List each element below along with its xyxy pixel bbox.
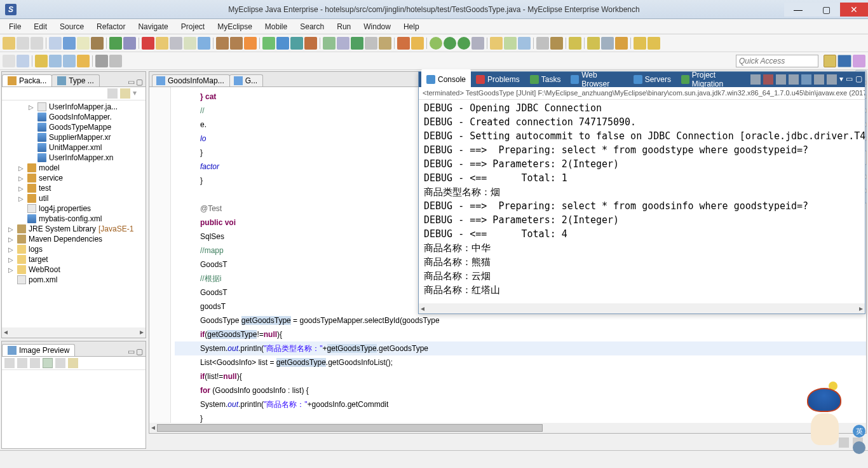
menu-help[interactable]: Help	[397, 20, 426, 33]
tree-item[interactable]: log4j.properties	[4, 203, 143, 214]
refresh-icon[interactable]	[4, 358, 15, 368]
editor-tab-goodsinfomapper[interactable]: GoodsInfoMap...	[152, 74, 230, 86]
forward-icon[interactable]	[648, 37, 660, 50]
scrollbar-horizontal[interactable]: ◂ ▸	[2, 327, 146, 338]
save-icon[interactable]	[17, 37, 29, 50]
expand-arrow-icon[interactable]: ▷	[27, 104, 35, 111]
tool-icon[interactable]	[411, 37, 424, 50]
tool-icon[interactable]	[198, 37, 210, 50]
quick-access-input[interactable]	[736, 55, 818, 67]
code-line[interactable]: System.out.println("商品类型名称："+getGoodsTyp…	[175, 341, 866, 355]
tool-icon[interactable]	[276, 37, 289, 50]
menu-file[interactable]: File	[3, 20, 27, 33]
code-line[interactable]: }	[175, 411, 866, 423]
tool-icon[interactable]	[323, 37, 336, 50]
tree-item[interactable]: ▷target	[4, 254, 143, 265]
tool-icon[interactable]	[550, 37, 563, 50]
menu-window[interactable]: Window	[357, 20, 397, 33]
console-output[interactable]: DEBUG - Opening JDBC Connection DEBUG - …	[419, 100, 865, 303]
new-icon[interactable]	[3, 37, 15, 50]
tool-icon[interactable]	[262, 37, 275, 50]
menu-edit[interactable]: Edit	[27, 20, 53, 33]
editor-scrollbar-horizontal[interactable]: ◂ ▸	[149, 423, 866, 433]
tool-icon[interactable]	[95, 55, 108, 67]
tree-item[interactable]: ▷JRE System Library [JavaSE-1	[4, 224, 143, 234]
tool-icon[interactable]	[471, 37, 484, 50]
stop-icon[interactable]	[142, 37, 154, 50]
view-menu-icon[interactable]: ▾	[839, 74, 843, 85]
minimize-view-icon[interactable]: ▭	[128, 347, 135, 356]
maximize-view-icon[interactable]: ▢	[136, 78, 143, 86]
ime-settings-icon[interactable]	[853, 441, 865, 454]
code-line[interactable]: for (GoodsInfo goodsInfo : list) {	[175, 383, 866, 397]
tool-icon[interactable]	[184, 37, 196, 50]
tool-icon[interactable]	[49, 55, 62, 67]
ime-language-badge[interactable]: 英	[853, 425, 865, 437]
tree-item[interactable]: GoodsTypeMappe	[4, 122, 143, 132]
close-button[interactable]: ✕	[840, 3, 868, 17]
debug-icon[interactable]	[430, 37, 442, 50]
tool-icon[interactable]	[601, 37, 614, 50]
tool-icon[interactable]	[109, 55, 122, 67]
console-remove-icon[interactable]	[776, 74, 786, 85]
run-icon[interactable]	[444, 37, 456, 50]
tool-icon[interactable]	[337, 37, 349, 50]
tool-icon[interactable]	[536, 37, 549, 50]
zoom-100-icon[interactable]	[43, 358, 53, 368]
console-clear-icon[interactable]	[750, 74, 761, 85]
search-icon[interactable]	[569, 37, 581, 50]
minimize-view-icon[interactable]: ▭	[846, 74, 853, 85]
tree-item[interactable]: ▷Maven Dependencies	[4, 234, 143, 244]
code-line[interactable]: if(getGoodsType!=null){	[175, 327, 866, 341]
tree-item[interactable]: UserInfoMapper.xn	[4, 153, 143, 163]
tool-icon[interactable]	[351, 37, 363, 50]
ime-mascot-icon[interactable]	[798, 385, 849, 455]
minimize-view-icon[interactable]: ▭	[128, 78, 135, 86]
back-icon[interactable]	[634, 37, 646, 50]
expand-arrow-icon[interactable]: ▷	[7, 256, 15, 263]
collapse-all-icon[interactable]	[107, 88, 118, 99]
tree-item[interactable]: ▷service	[4, 173, 143, 183]
expand-arrow-icon[interactable]: ▷	[7, 236, 15, 243]
tool-icon[interactable]	[290, 37, 303, 50]
expand-arrow-icon[interactable]: ▷	[17, 175, 25, 182]
console-terminate-icon[interactable]	[763, 74, 773, 85]
tree-item[interactable]: ▷test	[4, 183, 143, 193]
tab-image-preview[interactable]: Image Preview	[2, 344, 75, 356]
tool-icon[interactable]	[490, 37, 503, 50]
console-scrolllock-icon[interactable]	[801, 74, 811, 85]
saveall-icon[interactable]	[31, 37, 43, 50]
link-icon[interactable]	[68, 358, 78, 368]
perspective-myeclipse-icon[interactable]	[837, 55, 851, 67]
tool-icon[interactable]	[3, 55, 15, 67]
tab-package-explorer[interactable]: Packa...	[2, 74, 52, 86]
link-editor-icon[interactable]	[120, 88, 130, 99]
tool-icon[interactable]	[304, 37, 317, 50]
menu-navigate[interactable]: Navigate	[132, 20, 174, 33]
tool-icon[interactable]	[587, 37, 600, 50]
menu-source[interactable]: Source	[53, 20, 90, 33]
open-perspective-icon[interactable]	[824, 55, 836, 67]
expand-arrow-icon[interactable]: ▷	[7, 246, 15, 253]
tool-icon[interactable]	[518, 37, 531, 50]
tool-icon[interactable]	[63, 37, 76, 50]
menu-mobile[interactable]: Mobile	[259, 20, 294, 33]
console-pin-icon[interactable]	[789, 74, 799, 85]
tool-icon[interactable]	[109, 37, 122, 50]
tool-icon[interactable]	[35, 55, 48, 67]
tool-icon[interactable]	[504, 37, 517, 50]
tree-item[interactable]: GoodsInfoMapper.	[4, 112, 143, 122]
tree-item[interactable]: ▷model	[4, 163, 143, 173]
tool-icon[interactable]	[615, 37, 628, 50]
tree-item[interactable]: mybatis-config.xml	[4, 214, 143, 224]
tree-item[interactable]: ▷util	[4, 193, 143, 203]
tree-item[interactable]: ▷logs	[4, 244, 143, 254]
tool-icon[interactable]	[17, 55, 29, 67]
menu-search[interactable]: Search	[294, 20, 330, 33]
tool-icon[interactable]	[397, 37, 410, 50]
expand-arrow-icon[interactable]: ▷	[17, 165, 25, 172]
tree-item[interactable]: pom.xml	[4, 275, 143, 285]
menu-myeclipse[interactable]: MyEclipse	[211, 20, 259, 33]
code-line[interactable]: List<GoodsInfo> list = getGoodsType.getG…	[175, 355, 866, 369]
console-open-icon[interactable]	[827, 74, 837, 85]
